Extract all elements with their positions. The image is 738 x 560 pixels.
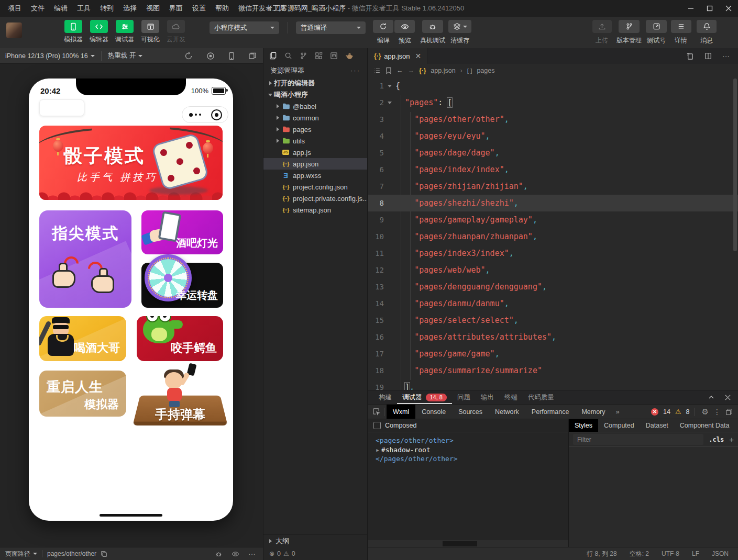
bookmark-icon[interactable] — [385, 67, 392, 74]
menu-视图[interactable]: 视图 — [141, 0, 164, 17]
cls-toggle[interactable]: .cls — [709, 436, 724, 443]
card-drinking-bro[interactable]: 喝酒大哥 — [39, 316, 126, 361]
horizontal-scrollbar[interactable] — [368, 540, 568, 547]
compile-button[interactable] — [373, 20, 393, 33]
wechat-capsule[interactable] — [182, 106, 228, 123]
menu-文件[interactable]: 文件 — [26, 0, 49, 17]
outline-section[interactable]: 大纲 — [263, 534, 367, 547]
tree-item-app.wxss[interactable]: Ǝapp.wxss — [263, 170, 367, 181]
more-vertical-icon[interactable]: ⋮ — [713, 408, 721, 416]
devtools-tab-console[interactable]: Console — [415, 405, 452, 419]
open-preview-icon[interactable] — [686, 52, 694, 60]
code-line-4[interactable]: 4 "pages/eyu/eyu", — [368, 128, 738, 144]
close-icon[interactable]: ✕ — [415, 52, 422, 60]
devtools-tab-wxml[interactable]: Wxml — [387, 405, 415, 419]
breadcrumb-node[interactable]: pages — [477, 67, 494, 74]
code-line-16[interactable]: 16 "pages/attributes/attributes", — [368, 329, 738, 345]
more-actions-icon[interactable]: ··· — [350, 66, 360, 74]
gear-icon[interactable]: ⚙ — [702, 407, 709, 417]
mini-search-box[interactable] — [39, 99, 84, 116]
inspect-element-icon[interactable] — [368, 408, 384, 416]
code-line-7[interactable]: 7 "pages/zhijian/zhijian", — [368, 178, 738, 195]
tree-item-project.private.config.js...[interactable]: {··}project.private.config.js... — [263, 193, 367, 204]
problems-summary[interactable]: ⊗ 0 ⚠ 0 — [263, 547, 367, 560]
float-window-icon[interactable] — [247, 51, 258, 61]
rotate-device-icon[interactable] — [183, 51, 194, 61]
card-lucky-wheel[interactable]: 幸运转盘 — [141, 263, 223, 308]
card-bar-light[interactable]: 酒吧灯光 — [141, 210, 223, 254]
maximize-button[interactable] — [700, 0, 719, 17]
toolbar-phone-button[interactable]: 模拟器 — [64, 20, 83, 44]
collapse-icon[interactable] — [708, 394, 714, 400]
eye-icon[interactable] — [232, 550, 239, 558]
npm-icon[interactable] — [330, 52, 338, 60]
console-drawer-icon[interactable] — [725, 408, 733, 416]
panel-tab-终端[interactable]: 终端 — [499, 390, 523, 404]
styles-tab-component-data[interactable]: Component Data — [674, 419, 735, 432]
tree-item-utils[interactable]: utils — [263, 135, 367, 147]
details-button[interactable] — [671, 20, 691, 33]
tree-item-common[interactable]: common — [263, 112, 367, 124]
wxml-open-tag[interactable]: <pages/other/other> — [376, 436, 568, 445]
tree-item-------[interactable]: 打开的编辑器 — [263, 77, 367, 89]
tree-item-app.json[interactable]: {··}app.json — [263, 158, 367, 170]
close-button[interactable] — [719, 0, 738, 17]
menu-工具[interactable]: 工具 — [72, 0, 95, 17]
devtools-tab-performance[interactable]: Performance — [525, 405, 576, 419]
devtools-tab-network[interactable]: Network — [489, 405, 525, 419]
panel-tab-调试器[interactable]: 调试器14, 8 — [397, 390, 452, 404]
close-icon[interactable] — [725, 395, 731, 400]
hot-reload-toggle[interactable]: 热重载 开 — [108, 51, 142, 60]
toolbar-sliders-button[interactable]: 调试器 — [115, 20, 134, 44]
add-style-icon[interactable]: + — [729, 435, 734, 444]
code-line-19[interactable]: 19 ], — [368, 379, 738, 390]
tree-item------[interactable]: 喝酒小程序 — [263, 89, 367, 100]
breadcrumb[interactable]: ← → {·} app.json › [ ] pages — [368, 64, 738, 77]
bug-icon[interactable] — [215, 550, 223, 558]
code-line-11[interactable]: 11 "pages/index3/index", — [368, 245, 738, 262]
files-icon[interactable] — [269, 52, 277, 60]
toolbar-layout-button[interactable]: 可视化 — [141, 20, 160, 44]
stop-record-icon[interactable] — [205, 51, 216, 61]
toolbar-code-button[interactable]: 编辑器 — [90, 20, 108, 44]
tab-app-json[interactable]: {·} app.json ✕ — [368, 48, 427, 64]
split-editor-icon[interactable] — [704, 52, 712, 60]
code-line-12[interactable]: 12 "pages/web/web", — [368, 262, 738, 278]
forward-icon[interactable]: → — [408, 67, 415, 74]
styles-tab-dataset[interactable]: Dataset — [640, 419, 674, 432]
device-select[interactable]: iPhone 12/13 (Pro) 100% 16 — [5, 52, 95, 60]
overflow-chevron-icon[interactable]: » — [612, 408, 624, 416]
git-branch-icon[interactable] — [300, 52, 307, 60]
code-line-14[interactable]: 14 "pages/danmu/danmu", — [368, 295, 738, 312]
menu-编辑[interactable]: 编辑 — [49, 0, 72, 17]
composed-checkbox[interactable] — [373, 422, 381, 429]
menu-转到[interactable]: 转到 — [95, 0, 118, 17]
code-area[interactable]: 1{2 "pages": [3 "pages/other/other",4 "p… — [368, 77, 738, 390]
dice-mode-banner[interactable]: 骰子模式 比手气 拼技巧 — [39, 126, 223, 200]
message-button[interactable] — [697, 20, 717, 33]
devtools-tab-memory[interactable]: Memory — [575, 405, 611, 419]
upload-button[interactable] — [592, 20, 612, 33]
menu-设置[interactable]: 设置 — [188, 0, 211, 17]
page-path-select[interactable]: 页面路径 — [5, 550, 37, 558]
more-actions-icon[interactable]: ··· — [722, 52, 730, 60]
card-restart-life[interactable]: 重启人生 模拟器 — [39, 371, 126, 417]
panel-tab-问题[interactable]: 问题 — [452, 390, 476, 404]
menu-界面[interactable]: 界面 — [164, 0, 188, 17]
device-frame-icon[interactable] — [226, 51, 237, 61]
code-line-8[interactable]: 8 "pages/shezhi/shezhi", — [368, 195, 738, 211]
styles-tab-styles[interactable]: Styles — [569, 419, 598, 432]
version-manage-button[interactable] — [619, 20, 640, 33]
extensions-icon[interactable] — [315, 52, 323, 60]
more-actions-icon[interactable]: ··· — [248, 550, 256, 558]
code-line-18[interactable]: 18 "pages/summarize/summarize" — [368, 362, 738, 379]
teapot-icon[interactable] — [345, 52, 354, 60]
code-line-13[interactable]: 13 "pages/dengguang/dengguang", — [368, 278, 738, 295]
card-fingertip-mode[interactable]: 指尖模式 — [39, 210, 131, 308]
back-icon[interactable]: ← — [396, 67, 403, 74]
code-line-17[interactable]: 17 "pages/game/game", — [368, 345, 738, 362]
tree-item-pages[interactable]: pages — [263, 124, 367, 135]
styles-filter-input[interactable] — [573, 434, 703, 445]
code-line-10[interactable]: 10 "pages/zhuanpan/zhuanpan", — [368, 228, 738, 245]
fold-chevron-icon[interactable] — [384, 85, 395, 87]
